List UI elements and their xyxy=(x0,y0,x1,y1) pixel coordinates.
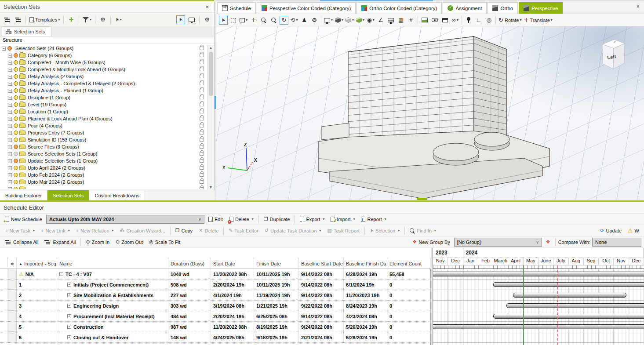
scrollbar-thumb[interactable] xyxy=(209,52,213,96)
tree-item[interactable]: + Planned & Look Ahead Plan (4 Groups) xyxy=(0,115,214,122)
lock-icon[interactable] xyxy=(200,145,204,149)
tree-expander[interactable]: + xyxy=(8,82,12,86)
tree-expander[interactable]: + xyxy=(8,145,12,149)
gantt-bar[interactable] xyxy=(433,324,644,329)
lock-icon[interactable] xyxy=(200,117,204,120)
export-button[interactable]: Export▾ xyxy=(298,216,327,223)
group-settings-button[interactable]: ❖ xyxy=(544,238,553,246)
orbit-tool[interactable]: ↻ xyxy=(280,16,288,25)
tree-expander[interactable]: + xyxy=(8,110,12,114)
bottom-tab[interactable]: Building Explorer xyxy=(0,190,47,200)
row-expander[interactable]: + xyxy=(67,335,71,339)
zoom-out-button[interactable]: ⊖Zoom Out xyxy=(113,238,145,246)
row-indicator[interactable] xyxy=(8,322,17,332)
row-indicator[interactable] xyxy=(8,290,17,300)
tree-item[interactable]: + Discipline (1 Group) xyxy=(0,94,214,101)
tree-expander[interactable]: + xyxy=(8,131,12,135)
select-mode-button[interactable]: ➤▾ xyxy=(114,15,123,24)
lock-icon[interactable] xyxy=(200,61,204,64)
lock-icon[interactable] xyxy=(200,103,204,106)
settings-button[interactable]: ⚙ xyxy=(98,15,107,24)
orbit-mode-menu[interactable]: ⟲▾ xyxy=(290,16,298,25)
column-header-duration[interactable]: Duration (Days) xyxy=(168,258,211,269)
measure-angle-tool[interactable]: ∠ xyxy=(376,16,385,25)
lock-icon[interactable] xyxy=(200,124,204,127)
tree-expander[interactable]: + xyxy=(8,166,12,170)
lock-icon[interactable] xyxy=(200,152,204,156)
compare-with-select[interactable]: None xyxy=(592,238,641,247)
view-cube[interactable]: Left xyxy=(602,40,625,69)
tree-item[interactable]: − Selection Sets (21 Groups) xyxy=(0,45,214,52)
tree-expander[interactable]: + xyxy=(8,96,12,100)
tree-item[interactable]: + Pour (4 Groups) xyxy=(0,122,214,129)
gantt-bar[interactable] xyxy=(513,293,626,298)
lock-icon[interactable] xyxy=(200,173,204,177)
tree-item[interactable]: + Source Files (3 Groups) xyxy=(0,143,214,150)
sync-window-button[interactable] xyxy=(187,15,196,24)
tree-item[interactable]: + Delay Analysis - Completed & Delayed (… xyxy=(0,80,214,87)
lock-icon[interactable] xyxy=(200,68,204,71)
visibility-button[interactable] xyxy=(430,16,439,25)
task-row[interactable]: ⚠2 +Site Mobilization & Establishments 2… xyxy=(0,290,431,301)
column-header-start[interactable]: Start Date xyxy=(211,258,254,269)
row-expander[interactable]: + xyxy=(67,283,71,287)
schedule-select[interactable]: Actuals Upto 20th MAY 2024 ∨ xyxy=(46,215,204,224)
scroll-up-icon[interactable]: ▲ xyxy=(209,45,213,51)
filter-button[interactable]: ▾ xyxy=(82,15,92,24)
tree-item[interactable]: + Update Selection Sets (1 Group) xyxy=(0,157,214,164)
column-header-finish[interactable]: Finish Date xyxy=(254,258,299,269)
tree-expander[interactable]: + xyxy=(8,89,12,93)
close-viewport-button[interactable]: × xyxy=(634,3,641,10)
3d-viewport-canvas[interactable]: Left Z Y X xyxy=(216,26,644,200)
rectangle-select-tool[interactable] xyxy=(229,16,238,25)
collapse-tree-button[interactable]: ↑ xyxy=(3,15,11,24)
color-override-menu[interactable]: ▾ xyxy=(356,16,365,25)
close-panel-button[interactable]: × xyxy=(204,4,211,10)
tree-expander[interactable]: + xyxy=(8,138,12,142)
column-header-imported[interactable]: ▲Imported - Seq.. xyxy=(17,258,57,269)
task-row[interactable]: ⚠4 +Procurement (Incl Material Receipt) … xyxy=(0,311,431,322)
walk-tool[interactable]: ♟ xyxy=(300,16,309,25)
viewport-tab[interactable]: Perspective xyxy=(519,2,563,14)
background-image-button[interactable] xyxy=(420,16,429,25)
tree-expander[interactable]: + xyxy=(8,124,12,128)
row-indicator[interactable] xyxy=(8,301,17,311)
lock-icon[interactable] xyxy=(200,159,204,163)
navigation-settings-button[interactable]: ⚙ xyxy=(310,16,319,25)
row-expander[interactable]: + xyxy=(67,325,71,329)
viewport-tab[interactable]: Perspective Color Coded (Category) xyxy=(257,2,356,14)
tree-scrollbar[interactable]: ▲ ▼ xyxy=(207,45,214,190)
pan-tool[interactable]: ✛ xyxy=(249,16,258,25)
tree-item[interactable]: + Completed & Monthly Look Ahead (4 Grou… xyxy=(0,66,214,73)
find-in-menu[interactable]: Find In▾ xyxy=(408,227,438,234)
update-task-duration-button[interactable]: ↺Update Task Duration▾ xyxy=(262,227,324,234)
column-header-indicator[interactable]: ∗ xyxy=(8,258,17,269)
section-view-button[interactable] xyxy=(386,16,395,25)
lock-icon[interactable] xyxy=(200,47,204,50)
selection-menu[interactable]: ➤Selection▾ xyxy=(367,227,402,234)
task-row[interactable]: ⚠6 +Closing out & Handover 148 wd 4/24/2… xyxy=(0,332,431,343)
translate-menu[interactable]: ✛Translate▾ xyxy=(523,16,553,25)
row-indicator[interactable] xyxy=(8,311,17,321)
row-indicator[interactable] xyxy=(8,269,17,279)
row-indicator[interactable] xyxy=(8,280,17,290)
gantt-bar[interactable] xyxy=(433,272,644,276)
copy-task-button[interactable]: ❐Copy xyxy=(173,227,195,234)
gantt-bar[interactable] xyxy=(493,282,644,287)
group-by-select[interactable]: [No Group] ∨ xyxy=(454,238,542,247)
tree-expander[interactable]: − xyxy=(2,47,6,51)
lock-icon[interactable] xyxy=(200,75,204,78)
collapse-all-button[interactable]: ↑Collapse All xyxy=(3,238,40,246)
gantt-bar[interactable] xyxy=(506,303,644,308)
select-mode-menu[interactable]: ▾ xyxy=(239,16,248,25)
edit-schedule-button[interactable]: Edit xyxy=(206,216,225,223)
tree-item[interactable]: + Simulation ID (153 Groups) xyxy=(0,136,214,143)
tree-item[interactable]: + Level (19 Groups) xyxy=(0,101,214,108)
column-header-baseline-finish[interactable]: Baseline Finish Da.. xyxy=(344,258,387,269)
tree-item[interactable]: + Source Selection Sets (1 Group) xyxy=(0,150,214,157)
view-cube-menu[interactable]: ▾ xyxy=(345,16,354,25)
placemark-button[interactable] xyxy=(464,16,473,25)
rotate-menu[interactable]: ↻Rotate▾ xyxy=(498,16,522,25)
tree-item[interactable]: + Delay Analysis - Planned (1 Group) xyxy=(0,87,214,94)
row-expander[interactable]: + xyxy=(67,293,71,297)
